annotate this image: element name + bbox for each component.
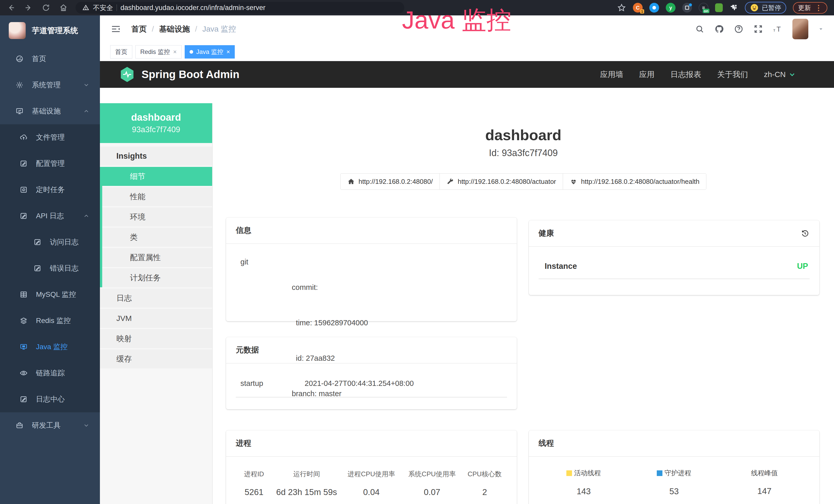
user-avatar[interactable] [792,19,808,39]
health-url-button[interactable]: http://192.168.0.2:48080/actuator/health [563,173,706,190]
tab-java-active[interactable]: Java 监控 × [185,45,235,59]
fullscreen-icon[interactable] [753,24,763,34]
forward-icon[interactable] [24,3,33,12]
github-icon[interactable] [714,24,724,34]
breadcrumb-current: Java 监控 [202,24,236,35]
sidebar-item-label: 错误日志 [50,264,79,273]
health-url-label: http://192.168.0.2:48080/actuator/health [581,178,699,186]
legend-label: 线程峰值 [751,468,778,478]
collapse-sidebar-icon[interactable] [110,24,122,34]
sba-menu-details[interactable]: 细节 [102,167,212,186]
sidebar-item-log-center[interactable]: 日志中心 [0,386,100,412]
sba-language-select[interactable]: zh-CN [764,70,795,79]
sba-menu-mappings[interactable]: 映射 [100,329,212,348]
cell-value: 5261 [236,487,272,497]
sba-nav-applications[interactable]: 应用 [639,69,655,80]
browser-home-icon[interactable] [59,3,68,12]
history-icon[interactable] [800,229,810,238]
extension-on-badge: on [703,9,709,13]
sba-nav-about[interactable]: 关于我们 [717,69,748,80]
instance-url-group: http://192.168.0.2:48080/ http://192.168… [213,173,834,190]
extension-c-icon[interactable]: C1 [633,3,643,13]
sidebar-item-label: Java 监控 [36,342,68,352]
bookmark-star-icon[interactable] [617,3,626,12]
sba-menu-section-insights[interactable]: Insights [100,146,212,166]
sidebar-item-error-log[interactable]: 错误日志 [0,255,100,281]
sba-brand[interactable]: Spring Boot Admin [119,66,239,83]
help-icon[interactable] [734,24,744,34]
extension-grid-icon[interactable] [682,3,692,13]
search-icon[interactable] [695,24,705,34]
sba-nav-wall[interactable]: 应用墙 [600,69,623,80]
sba-menu-config-props[interactable]: 配置属性 [102,248,212,267]
process-col-syscpu: 系统CPU使用率 0.07 [402,469,462,497]
security-label[interactable]: 不安全 [93,3,113,12]
extension-dark-icon[interactable]: ≡on [699,3,708,13]
close-icon[interactable]: × [226,48,230,55]
legend-live: 活动线程 143 [539,468,629,496]
svg-text:T: T [776,25,781,33]
address-bar[interactable]: 不安全 dashboard.yudao.iocoder.cn/infra/adm… [75,2,404,14]
tab-label: Java 监控 [196,48,223,56]
log-edit-icon [20,395,28,403]
sidebar-item-config[interactable]: 配置管理 [0,151,100,177]
sidebar-item-java-monitor[interactable]: Java 监控 [0,334,100,360]
close-icon[interactable]: × [173,48,177,55]
avatar-caret-icon[interactable] [818,26,824,32]
sba-menu-jvm[interactable]: JVM [100,309,212,328]
sidebar-item-infra[interactable]: 基础设施 [0,98,100,124]
reload-icon[interactable] [42,3,50,12]
url-text[interactable]: dashboard.yudao.iocoder.cn/infra/admin-s… [120,4,265,12]
tab-redis[interactable]: Redis 监控 × [135,45,182,59]
sba-menu-scheduled-tasks[interactable]: 计划任务 [102,268,212,287]
service-url-button[interactable]: http://192.168.0.2:48080/ [340,173,440,190]
sidebar-item-label: 研发工具 [32,420,61,430]
sidebar-item-trace[interactable]: 链路追踪 [0,360,100,386]
sidebar-item-system[interactable]: 系统管理 [0,72,100,98]
eye-icon [20,369,28,377]
sidebar-item-label: 日志中心 [36,394,65,404]
sba-menu-environment[interactable]: 环境 [102,207,212,226]
breadcrumb-infra[interactable]: 基础设施 [159,24,190,35]
sidebar-item-redis[interactable]: Redis 监控 [0,307,100,334]
sba-menu-performance[interactable]: 性能 [102,187,212,206]
extension-leaf-icon[interactable] [715,3,723,12]
sba-header: Spring Boot Admin 应用墙 应用 日志报表 关于我们 zh-CN [100,61,834,88]
actuator-url-button[interactable]: http://192.168.0.2:48080/actuator [439,173,563,190]
sba-menu-caches[interactable]: 缓存 [100,349,212,368]
insights-group: 细节 性能 环境 类 配置属性 计划任务 [100,167,212,287]
font-size-icon[interactable]: тT [773,24,783,34]
extension-y-icon[interactable]: y [666,3,676,13]
back-icon[interactable] [7,3,16,12]
extension-pin-icon[interactable] [649,3,659,13]
sba-menu-classes[interactable]: 类 [102,228,212,247]
column-header: CPU核心数 [462,469,507,479]
java-monitor-icon [20,343,28,351]
chevron-down-icon [789,71,795,78]
card-title: 进程 [236,438,251,449]
sidebar-item-mysql[interactable]: MySQL 监控 [0,281,100,307]
sidebar-item-file[interactable]: 文件管理 [0,124,100,151]
breadcrumb-home[interactable]: 首页 [131,24,147,35]
health-label: Instance [545,261,577,271]
extensions-puzzle-icon[interactable] [729,3,738,12]
profile-paused-pill[interactable]: 已暂停 [745,2,786,14]
home-icon [347,178,355,185]
sidebar-item-access-log[interactable]: 访问日志 [0,229,100,255]
health-instance-row[interactable]: Instance UP [539,254,810,279]
sidebar-item-api-log[interactable]: API 日志 [0,203,100,229]
sidebar-item-job[interactable]: 定时任务 [0,177,100,203]
browser-menu-icon[interactable]: ⋮ [815,4,822,12]
tab-label: Redis 监控 [140,48,170,56]
browser-extensions-area: C1 y ≡on 已暂停 更新 ⋮ [617,2,827,14]
tab-home[interactable]: 首页 [110,45,132,59]
cell-value: 0.07 [402,487,462,497]
browser-update-button[interactable]: 更新 ⋮ [793,2,827,14]
sba-nav-journal[interactable]: 日志报表 [671,69,701,80]
sidebar-item-home[interactable]: 首页 [0,46,100,72]
sidebar-item-label: 链路追踪 [36,368,65,378]
app-logo-row[interactable]: 芋道管理系统 [0,16,100,46]
sba-menu-logs[interactable]: 日志 [100,289,212,307]
sidebar-item-dev-tools[interactable]: 研发工具 [0,412,100,438]
sba-instance-block[interactable]: dashboard 93a3fc7f7409 [100,103,212,143]
